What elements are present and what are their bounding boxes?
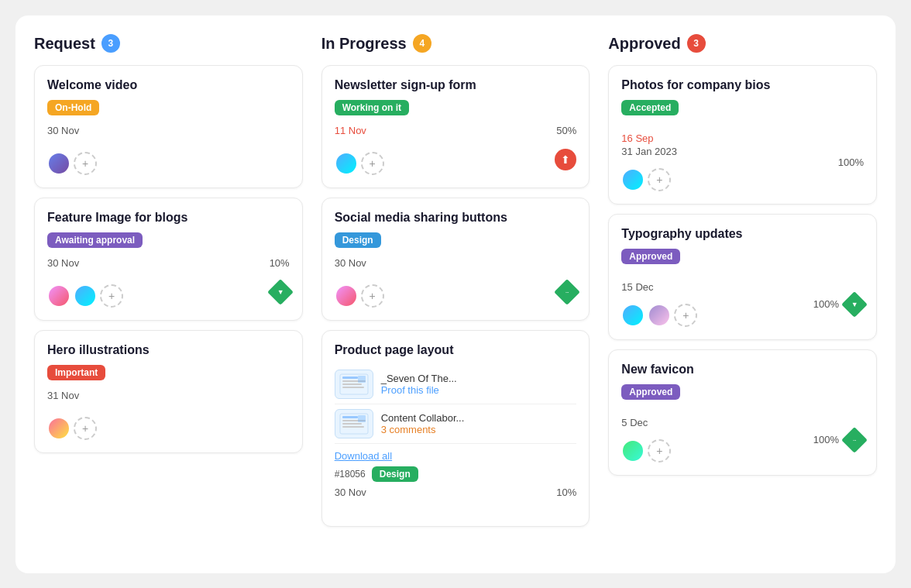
card-title: Typography updates [621,227,864,241]
file-item: _Seven Of The...Proof this file [335,365,577,404]
avatar [74,284,97,308]
file-action[interactable]: 3 comments [381,424,465,435]
card-c1: Welcome videoOn-Hold30 Nov+ [34,65,303,188]
column-title-inprogress: In Progress [321,35,407,53]
card-percent: 10% [270,257,290,269]
ticket-number: #18056 [335,469,366,480]
card-c8: Typography updatesApproved15 Dec+100% [608,214,877,340]
arrow-up-icon[interactable]: ⬆ [555,149,576,170]
avatar-group: + [621,168,677,191]
add-assignee-button[interactable]: + [674,304,697,327]
diamond-dots-icon[interactable] [841,427,868,453]
card-meta-bottom: + [47,144,290,175]
card-c7: Photos for company biosAccepted16 Sep31 … [608,65,877,205]
card-dates: 16 Sep31 Jan 2023 [621,132,677,157]
card-date: 11 Nov [335,125,366,136]
avatar [621,439,645,462]
column-header-approved: Approved3 [608,34,877,53]
svg-rect-11 [358,415,366,422]
avatar-group: + [621,304,697,327]
column-header-inprogress: In Progress4 [321,34,590,53]
card-percent: 100% [813,434,839,445]
file-thumbnail [335,409,373,438]
column-approved: Approved3Photos for company biosAccepted… [608,34,877,555]
svg-rect-7 [342,416,358,418]
card-meta-top: 30 Nov [47,125,290,136]
diamond-down-icon[interactable] [841,291,868,318]
card-percent: 100% [838,156,864,168]
card-meta-top: 30 Nov10% [47,257,290,269]
card-tag: On-Hold [47,100,99,115]
card-meta-bottom: +⬆ [335,144,577,175]
card-title: Newsletter sign-up form [335,78,577,92]
card-meta-top: 30 Nov [335,257,577,269]
avatar-group: + [47,152,97,175]
add-assignee-button[interactable]: + [361,284,384,308]
card-right: 100% [838,156,864,168]
column-title-request: Request [34,35,95,53]
card-meta-bottom [335,506,577,514]
column-inprogress: In Progress4Newsletter sign-up formWorki… [321,34,590,555]
svg-rect-1 [342,377,358,379]
diamond-dots-icon[interactable] [554,279,580,305]
ticket-meta: #18056Design [335,466,577,482]
column-badge-approved: 3 [687,34,706,53]
card-tag: Important [47,365,105,380]
card-c2: Feature Image for blogsAwaiting approval… [34,198,303,321]
card-meta-bottom: + [47,409,290,440]
diamond-down-icon[interactable] [267,279,294,305]
card-title: Photos for company bios [621,78,864,92]
file-info: _Seven Of The...Proof this file [381,373,457,396]
card-title: Feature Image for blogs [47,211,290,225]
card-left: 5 Dec+ [621,417,671,462]
card-percent: 10% [556,487,576,498]
file-action[interactable]: Proof this file [381,384,457,396]
avatar-group: + [47,417,97,440]
file-thumbnail [335,370,373,399]
file-name: Content Collabor... [381,412,465,424]
avatar-group: + [335,284,384,308]
download-all-link[interactable]: Download all [335,450,577,462]
card-c4: Newsletter sign-up formWorking on it11 N… [321,65,590,188]
card-tag: Approved [621,249,680,264]
card-meta-bottom: + [47,277,290,308]
add-assignee-button[interactable]: + [648,439,671,462]
column-request: Request3Welcome videoOn-Hold30 Nov+Featu… [34,34,303,555]
add-assignee-button[interactable]: + [361,152,384,175]
add-assignee-button[interactable]: + [74,152,97,175]
add-assignee-button[interactable]: + [74,417,97,440]
card-title: Hero illustrations [47,343,290,357]
card-tag: Accepted [621,100,679,115]
avatar-group: + [47,284,123,308]
card-date: 30 Nov [335,487,366,498]
card-meta-bottom: 15 Dec+100% [621,281,864,327]
card-tag: Approved [621,384,680,400]
card-right: 100% [813,295,864,314]
avatar [335,152,358,175]
card-meta-bottom: 5 Dec+100% [621,417,864,462]
column-title-approved: Approved [608,35,680,53]
avatar [47,152,70,175]
card-percent: 50% [556,125,576,136]
card-meta-top: 31 Nov [47,390,290,401]
card-tag: Working on it [335,100,409,115]
avatar-group: + [621,439,671,462]
svg-rect-4 [342,387,364,388]
column-badge-request: 3 [101,34,120,53]
card-meta-bottom: 16 Sep31 Jan 2023+100% [621,132,864,191]
card-title: Product page layout [335,343,577,357]
card-tag: Design [335,232,381,248]
column-badge-inprogress: 4 [413,34,431,53]
card-dates: 5 Dec [621,417,671,428]
card-tag: Awaiting approval [47,232,143,248]
card-meta-bottom: + [335,277,577,308]
add-assignee-button[interactable]: + [648,168,671,191]
file-name: _Seven Of The... [381,373,457,384]
avatar [47,284,70,308]
add-assignee-button[interactable]: + [100,284,123,308]
card-date: 30 Nov [47,257,79,269]
card-date-primary: 16 Sep [621,132,677,144]
svg-rect-10 [342,426,364,428]
svg-rect-9 [342,423,362,425]
card-date-primary: 15 Dec [621,281,697,293]
